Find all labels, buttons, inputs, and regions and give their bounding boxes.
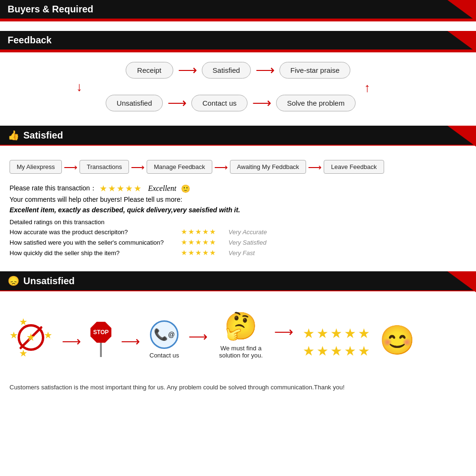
arrow-right-4: ⟶ [252,95,271,111]
stop-octagon: STOP [90,322,111,343]
ratings-stars-2: ★★★★★ [181,238,224,247]
stars-row-1: ★ ★ ★ ★ ★ [303,326,370,341]
stars-row-2: ★ ★ ★ ★ ★ [303,343,370,359]
arrow-down-icon: ↓ [76,80,82,93]
detailed-label: Detailed ratings on this transaction [10,218,466,226]
stop-sign: STOP [90,322,111,357]
feedback-section: Receipt ⟶ Satisfied ⟶ Five-star praise ↓… [0,52,476,126]
icon-arrow-2: ⟶ [121,334,140,349]
flow-box-contact: Contact us [191,95,248,111]
satisfied-title: Satisfied [23,130,63,141]
nav-arrow-3: ⟶ [214,161,228,173]
rating-label: Excellent [148,184,177,193]
feedback-header: Feedback [0,31,476,50]
big-star-3: ★ [330,326,342,341]
ratings-row-1: How accurate was the product descripiton… [10,228,466,236]
big-star-9: ★ [344,343,356,359]
arrow-down-area: ↓ [19,80,457,93]
comment-bold: Excellent item, exactly as described, qu… [10,206,466,214]
icon-arrow-4: ⟶ [274,324,293,340]
solution-label: We must find a solution for you. [217,345,265,359]
rating-prompt: Please rate this transaction： [10,184,97,193]
ratings-row-2: How satisfied were you with the seller's… [10,238,466,247]
footer-text: Customers satisfaction is the most impor… [0,378,476,402]
stop-contact-group: STOP [90,322,111,359]
flow-box-receipt: Receipt [126,62,173,79]
comment-prompt: Your comments will help other buyers! Pl… [10,196,466,203]
buyers-required-header: Buyers & Required [0,0,476,19]
nav-box-aliexpress: My Aliexpress [10,160,62,174]
arrow-right-1: ⟶ [178,62,197,78]
nav-arrow-2: ⟶ [131,161,145,173]
arrow-up-icon: ↑ [364,80,370,95]
satisfied-red-line [0,145,476,146]
solution-group: 🤔 We must find a solution for you. [217,310,265,359]
five-stars-big: ★ ★ ★ ★ ★ ★ ★ ★ ★ ★ [303,326,370,359]
smiley-big: 😊 [379,323,415,357]
bg-star-3: ★ [44,329,52,341]
icon-arrow-3: ⟶ [188,329,208,345]
phone-at-circle: 📞@ [150,320,178,349]
flow-box-solve: Solve the problem [276,95,356,111]
rating-line: Please rate this transaction： ★★★★★ Exce… [10,183,466,194]
thumbs-up-icon: 👍 [8,129,20,141]
rating-stars: ★★★★★ [99,183,142,194]
contact-us-label: Contact us [149,352,179,359]
nav-arrow-1: ⟶ [64,161,78,173]
question-figure: 🤔 [224,310,258,342]
icon-flow: ★ ★ ★ ★ ★ ⟶ STOP ⟶ 📞@ Contact us [10,310,466,359]
contact-icon-group: 📞@ Contact us [149,320,179,359]
frown-icon: 😞 [8,275,20,287]
arrow-right-2: ⟶ [256,62,275,78]
big-star-1: ★ [303,326,315,341]
detailed-ratings: Detailed ratings on this transaction How… [10,218,466,257]
ratings-text-3: Very Fast [228,249,255,257]
big-star-8: ★ [330,343,342,359]
ratings-label-3: How quickly did the seller ship the item… [10,249,181,257]
flow-diagram: Receipt ⟶ Satisfied ⟶ Five-star praise ↓… [19,62,457,111]
nav-flow: My Aliexpress ⟶ Transactions ⟶ Manage Fe… [10,160,466,174]
unsatisfied-header: 😞 Unsatisfied [0,271,476,290]
flow-bottom-row: Unsatisfied ⟶ Contact us ⟶ Solve the pro… [106,95,370,111]
satisfied-content: My Aliexpress ⟶ Transactions ⟶ Manage Fe… [0,155,476,271]
flow-top-row: Receipt ⟶ Satisfied ⟶ Five-star praise [126,62,351,79]
unsatisfied-title: Unsatisfied [23,276,75,287]
nav-box-transactions: Transactions [79,160,129,174]
no-star: ★ [26,331,36,344]
ratings-stars-1: ★★★★★ [181,228,224,236]
buyers-required-title: Buyers & Required [8,4,93,15]
nav-box-awaiting: Awaiting My Feddback [230,160,307,174]
ratings-label-1: How accurate was the product descripiton… [10,228,181,236]
stop-pole [100,343,102,357]
flow-box-five-star: Five-star praise [279,62,350,79]
ratings-row-3: How quickly did the seller ship the item… [10,248,466,257]
no-star-group: ★ ★ ★ ★ ★ [10,316,52,359]
bg-star-2: ★ [10,329,18,341]
big-star-4: ★ [344,326,356,341]
big-star-10: ★ [358,343,370,359]
nav-box-manage: Manage Feedback [147,160,212,174]
ratings-stars-3: ★★★★★ [181,248,224,257]
arrow-right-3: ⟶ [168,95,187,111]
nav-arrow-4: ⟶ [308,161,322,173]
unsatisfied-content: ★ ★ ★ ★ ★ ⟶ STOP ⟶ 📞@ Contact us [0,301,476,378]
ratings-text-2: Very Satisfied [228,239,267,246]
ratings-label-2: How satisfied were you with the seller's… [10,239,181,246]
flow-box-satisfied: Satisfied [202,62,251,79]
feedback-title: Feedback [8,35,51,46]
icon-arrow-1: ⟶ [62,334,81,349]
ratings-text-1: Very Accurate [228,228,267,236]
satisfied-header-wrap: 👍 Satisfied [0,126,476,145]
buyers-red-bar [0,19,476,21]
no-circle: ★ [18,324,44,351]
flow-box-unsatisfied: Unsatisfied [106,95,163,111]
unsatisfied-header-wrap: 😞 Unsatisfied [0,271,476,290]
nav-box-leave: Leave Feedback [324,160,384,174]
rating-emoji: 🙂 [181,184,190,193]
big-star-2: ★ [317,326,328,341]
satisfied-header: 👍 Satisfied [0,126,476,145]
big-star-5: ★ [358,326,370,341]
big-star-6: ★ [303,343,315,359]
big-star-7: ★ [317,343,328,359]
unsatisfied-red-line [0,290,476,291]
